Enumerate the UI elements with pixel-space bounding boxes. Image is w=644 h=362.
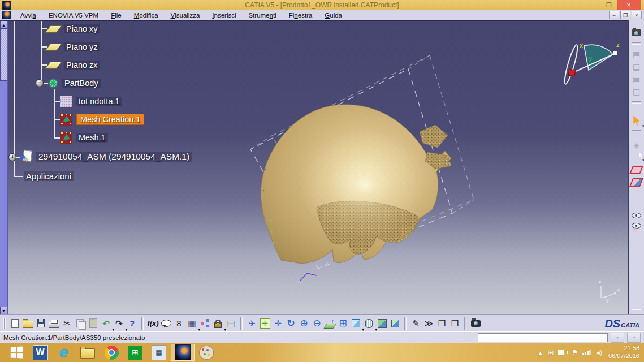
fast-forward-gray-icon[interactable]: ≫ [422,317,435,330]
taskbar-calculator[interactable]: ▦ [147,344,171,361]
rules-layers-icon[interactable]: ▤ [224,317,237,330]
hidden-icons-chevron-icon[interactable]: ▲ [538,350,543,356]
taskbar-clock[interactable]: 21:58 06/07/2016 [608,344,639,360]
flag-icon[interactable]: ⚑ [572,348,578,356]
design-table-icon[interactable]: ▦▾ [185,317,198,330]
mdi-close-button[interactable]: × [632,11,642,19]
tree-item-piano-xy[interactable]: Piano xy [47,23,100,35]
normal-view-icon[interactable] [323,317,336,330]
zoom-in-icon[interactable]: ⊕ [297,317,310,330]
catia-window: CATIA V5 - [Prodotto1_OWR installed.CATP… [0,0,644,362]
document-icon[interactable] [2,11,11,19]
formula-fx-icon[interactable]: f(x) [146,317,159,330]
taskbar-store[interactable]: ⊞ [123,344,147,361]
tree-item-piano-zx[interactable]: Piano zx [47,59,100,71]
taskbar-word[interactable]: W [28,344,52,361]
scrollbar-thumb[interactable] [0,29,7,81]
mesh-model[interactable] [261,104,451,264]
print-icon[interactable] [47,317,60,330]
fly-mode-icon[interactable]: ✈ [245,317,258,330]
mdi-restore-button[interactable]: ❒ [620,11,630,19]
viewport-3d[interactable]: x y z x y z ▲ ▼ [0,20,644,314]
surface-paint-alt-icon[interactable] [630,176,643,188]
save-icon[interactable] [34,317,47,330]
tree-item-piano-yz[interactable]: Piano yz [47,41,100,53]
camera-capture-icon[interactable] [469,317,482,330]
mdi-minimize-button[interactable]: – [609,11,619,19]
taskbar-chrome[interactable] [100,344,123,361]
view-mode-icon[interactable] [630,27,643,38]
render-style-icon[interactable]: ▾ [362,317,375,330]
new-file-icon[interactable] [8,317,21,330]
cut-icon[interactable]: ✂ [60,317,74,330]
catalog-gray-3-icon[interactable]: ▤ [630,74,643,85]
tree-item-applicazioni[interactable]: Applicazioni [24,170,74,182]
action-center-icon[interactable]: ⊞ [548,348,554,357]
partbody-collapse-toggle[interactable]: − [36,79,44,87]
scroll-up-button[interactable]: ▲ [0,21,7,29]
status-extra-button-2[interactable]: ◔ [627,333,641,343]
swap-visible-space-eye-icon[interactable] [630,222,643,234]
menu-inserisci[interactable]: Inserisci [206,10,242,20]
hide-show-eye-icon[interactable] [630,210,643,221]
menu-visualizza[interactable]: Visualizza [165,10,206,20]
shading-2-icon[interactable] [388,317,401,330]
undo-icon[interactable]: ↶▾ [100,317,113,330]
menu-modifica[interactable]: Modifica [128,10,165,20]
tree-item-mesh-1[interactable]: Mesh.1 [60,131,108,144]
menu-file[interactable]: File [105,10,128,20]
network-signal-icon[interactable] [582,350,591,355]
fit-all-in-icon[interactable]: ✛ [258,317,271,330]
rotate-icon[interactable]: ↻ [284,317,297,330]
status-extra-button-1[interactable]: ▫ [611,333,624,343]
menu-avvia[interactable]: Avvia [14,10,42,20]
catalog-gray-2-icon[interactable]: ▤ [630,61,643,72]
tree-item-asm[interactable]: ❋❋ 294910054_ASM (294910054_ASM.1) [19,150,192,163]
battery-icon[interactable] [558,350,567,355]
triad-y-label: y [606,298,609,303]
volume-icon[interactable]: ◄) [595,350,602,356]
menu-finestra[interactable]: Finestra [283,10,319,20]
pan-icon[interactable]: ✛ [271,317,284,330]
asm-expand-toggle[interactable]: + [8,153,16,161]
menu-guida[interactable]: Guida [318,10,348,20]
tree-line [54,119,60,120]
context-help-icon[interactable]: ? [126,317,139,330]
person-icon[interactable]: 8 [172,317,185,330]
catalog-gray-4-icon[interactable]: ▤ [630,86,643,97]
menu-enovia[interactable]: ENOVIA V5 VPM [42,10,105,20]
open-folder-icon[interactable] [21,317,34,330]
isometric-view-icon[interactable]: ▾ [349,317,362,330]
surface-paint-icon[interactable] [630,164,643,175]
scroll-down-button[interactable]: ▼ [0,307,7,314]
toolbar-drag-handle[interactable] [3,318,6,329]
menu-strumenti[interactable]: Strumenti [243,10,283,20]
stack-gray-2-icon[interactable]: ❐ [448,317,461,330]
view-compass[interactable]: x y z [563,41,620,85]
taskbar-catia-active[interactable] [171,344,195,361]
taskbar-paint[interactable] [195,344,218,361]
multi-view-icon[interactable]: ⊞ [336,317,349,330]
taskbar-internet-explorer[interactable]: e [52,344,76,361]
comment-bubble-icon[interactable] [159,317,172,330]
catalog-gray-1-icon[interactable]: ▤ [630,49,643,60]
power-input[interactable] [478,333,608,342]
select-cursor-icon[interactable]: ▾ [630,115,643,126]
zoom-out-icon[interactable]: ⊖ [310,317,323,330]
product-structure-icon[interactable] [198,317,211,330]
lock-icon[interactable]: ▾ [211,317,224,330]
tree-item-partbody[interactable]: ❋ PartBody [47,77,101,89]
pencil-gray-icon[interactable]: ✎ [409,317,422,330]
paste-icon[interactable] [87,317,100,330]
right-toolbar: ▤ ▤ ▤ ▤ ▾ ✳ ▾ [628,20,644,314]
redo-icon[interactable]: ↷▾ [113,317,126,330]
taskbar-file-explorer[interactable] [76,344,100,361]
start-button[interactable] [5,344,28,361]
shading-1-icon[interactable] [375,317,388,330]
toolbar-separator [632,101,641,104]
tree-item-mesh-creation[interactable]: Mesh Creation.1 [60,113,144,126]
tree-scrollbar[interactable]: ▲ ▼ [0,21,8,314]
copy-icon[interactable] [74,317,87,330]
tree-item-tot-ridotta[interactable]: tot ridotta.1 [60,95,122,107]
stack-gray-1-icon[interactable]: ❐ [435,317,448,330]
